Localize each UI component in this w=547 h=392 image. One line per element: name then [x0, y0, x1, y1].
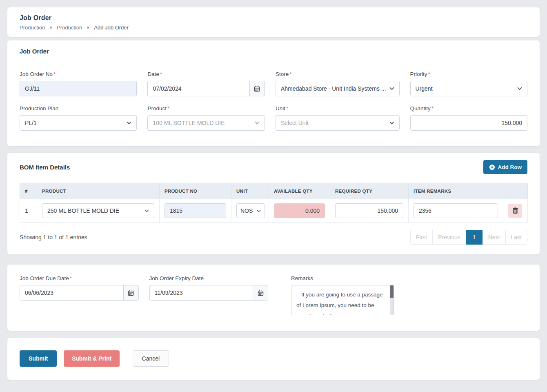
field-store: Store* Ahmedabad Store - Unit India Syst…	[276, 71, 400, 96]
store-select[interactable]: Ahmedabad Store - Unit India Systems ...	[276, 81, 400, 96]
expiry-date-input-group	[149, 285, 269, 301]
required-asterisk: *	[53, 71, 56, 77]
col-header-item-remarks: ITEM REMARKS	[409, 183, 503, 199]
col-header-index: #	[20, 183, 37, 199]
breadcrumb-item-add-job-order: Add Job Order	[94, 24, 129, 31]
pagination-page-1-button[interactable]: 1	[466, 230, 483, 245]
due-date-label: Job Order Due Date	[20, 275, 69, 281]
required-asterisk: *	[428, 71, 430, 77]
dates-remarks-card: Job Order Due Date* Job Order Expiry Dat…	[7, 265, 540, 331]
due-date-input-group	[20, 285, 139, 301]
production-plan-label: Production Plan	[20, 105, 58, 111]
chevron-down-icon	[127, 121, 131, 125]
field-priority: Priority* Urgent	[410, 71, 527, 96]
chevron-down-icon	[517, 87, 522, 90]
job-order-form-card: Job Order Job Order No* Date*	[7, 40, 540, 146]
field-quantity: Quantity*	[410, 105, 527, 131]
date-calendar-button[interactable]	[249, 81, 265, 96]
row-unit-select[interactable]: NOS	[236, 203, 265, 218]
field-job-order-no: Job Order No*	[20, 71, 137, 96]
breadcrumb-separator-icon	[87, 27, 89, 29]
chevron-down-icon	[389, 87, 394, 90]
priority-label: Priority	[410, 71, 427, 77]
field-date: Date*	[147, 71, 265, 96]
page-header-card: Job Order Production Production Add Job …	[7, 7, 540, 37]
col-header-actions	[503, 183, 528, 199]
expiry-date-label: Job Order Expiry Date	[149, 275, 204, 281]
field-unit: Unit* Select Unit	[276, 105, 400, 131]
pagination: First Previous 1 Next Last	[410, 230, 527, 245]
breadcrumb-item-production[interactable]: Production	[20, 24, 45, 31]
quantity-input[interactable]	[416, 116, 522, 130]
chevron-down-icon	[257, 209, 261, 212]
form-section-title: Job Order	[20, 48, 527, 55]
job-order-no-input-wrap	[20, 81, 137, 96]
production-plan-selected-value: PL/1	[25, 120, 37, 126]
col-header-required-qty: REQUIRED QTY	[330, 183, 409, 199]
remarks-scrollbar[interactable]	[390, 285, 394, 315]
required-asterisk: *	[289, 71, 291, 77]
submit-and-print-button[interactable]: Submit & Print	[64, 350, 120, 367]
pagination-first-button[interactable]: First	[410, 230, 433, 245]
required-asterisk: *	[70, 275, 72, 281]
add-row-button[interactable]: Add Row	[483, 160, 528, 174]
pagination-last-button[interactable]: Last	[505, 230, 527, 245]
priority-select[interactable]: Urgent	[410, 81, 527, 96]
row-available-qty-input[interactable]	[279, 204, 320, 218]
pagination-previous-button[interactable]: Previous	[432, 230, 466, 245]
col-header-product-no: PRODUCT NO	[160, 183, 231, 199]
required-asterisk: *	[167, 105, 169, 111]
bom-item-details-card: BOM Item Details Add Row # PRODUCT PRODU…	[7, 153, 540, 254]
quantity-label: Quantity	[410, 105, 431, 111]
expiry-date-input[interactable]	[155, 285, 248, 300]
job-order-no-input[interactable]	[25, 81, 131, 96]
date-input-group	[147, 81, 265, 96]
calendar-icon	[128, 290, 134, 296]
col-header-product: PRODUCT	[37, 183, 160, 199]
field-due-date: Job Order Due Date*	[20, 275, 139, 317]
due-date-calendar-button[interactable]	[123, 285, 139, 301]
plus-circle-icon	[489, 164, 498, 170]
page-title: Job Order	[20, 14, 527, 22]
remarks-textarea[interactable]: If you are going to use a passage of Lor…	[291, 285, 394, 315]
row-product-value: 250 ML BOTTLE MOLD DIE	[47, 207, 119, 214]
pagination-next-button[interactable]: Next	[483, 230, 506, 245]
expiry-date-calendar-button[interactable]	[253, 285, 268, 301]
chevron-down-icon	[389, 121, 394, 125]
row-product-select[interactable]: 250 ML BOTTLE MOLD DIE	[42, 203, 154, 218]
row-item-remarks-input[interactable]	[419, 204, 493, 218]
field-product: Product* 100 ML BOTTLE MOLD DIE	[147, 105, 265, 131]
product-selected-value: 100 ML BOTTLE MOLD DIE	[153, 120, 225, 126]
required-asterisk: *	[286, 105, 288, 111]
breadcrumb-item-production-2[interactable]: Production	[57, 24, 82, 31]
due-date-input[interactable]	[25, 285, 118, 300]
row-required-qty-input[interactable]	[340, 204, 398, 218]
submit-button[interactable]: Submit	[20, 350, 57, 367]
store-selected-value: Ahmedabad Store - Unit India Systems ...	[281, 85, 386, 92]
delete-row-button[interactable]	[508, 204, 522, 218]
table-row: 1 250 ML BOTTLE MOLD DIE	[20, 199, 528, 223]
priority-selected-value: Urgent	[416, 85, 433, 92]
row-unit-value: NOS	[240, 207, 253, 214]
unit-label: Unit	[276, 105, 285, 111]
field-expiry-date: Job Order Expiry Date	[149, 275, 269, 317]
remarks-scrollbar-thumb[interactable]	[390, 285, 394, 298]
cancel-button[interactable]: Cancel	[133, 350, 169, 367]
product-select[interactable]: 100 ML BOTTLE MOLD DIE	[147, 115, 265, 131]
bom-table: # PRODUCT PRODUCT NO UNIT AVAILABLE QTY …	[20, 183, 528, 223]
breadcrumb: Production Production Add Job Order	[20, 24, 527, 31]
job-order-no-label: Job Order No	[20, 71, 53, 77]
calendar-icon	[254, 86, 260, 92]
production-plan-select[interactable]: PL/1	[20, 115, 137, 131]
date-input[interactable]	[153, 81, 244, 96]
col-header-unit: UNIT	[231, 183, 269, 199]
remarks-label: Remarks	[291, 275, 313, 281]
row-product-no-input[interactable]	[170, 204, 221, 218]
field-remarks: Remarks If you are going to use a passag…	[279, 275, 398, 317]
add-row-label: Add Row	[498, 164, 522, 170]
actions-card: Submit Submit & Print Cancel	[7, 338, 540, 380]
table-showing-entries-text: Showing 1 to 1 of 1 entries	[20, 234, 87, 241]
unit-select[interactable]: Select Unit	[276, 115, 400, 131]
trash-icon	[512, 207, 518, 214]
bom-table-header-row: # PRODUCT PRODUCT NO UNIT AVAILABLE QTY …	[20, 183, 528, 199]
